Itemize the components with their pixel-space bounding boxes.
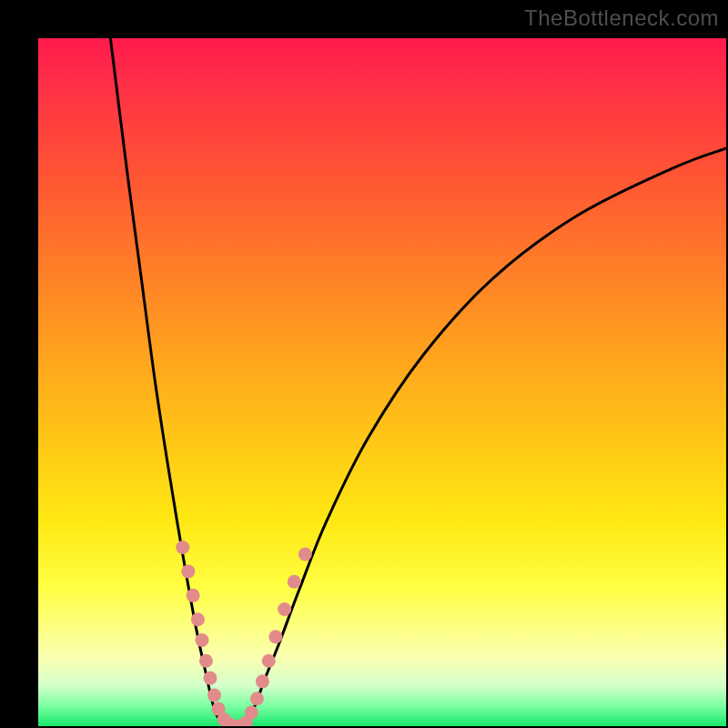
marker-dot [204, 672, 217, 685]
marker-dot [278, 602, 291, 616]
marker-dot [298, 548, 312, 561]
marker-dot [268, 630, 282, 643]
watermark-text: TheBottleneck.com [524, 5, 719, 31]
series-right-branch-curve [245, 148, 726, 726]
marker-dot [199, 654, 213, 668]
marker-dot [181, 564, 195, 578]
chart-overlay [38, 38, 726, 726]
marker-dot [288, 575, 301, 589]
marker-dot [256, 674, 269, 688]
marker-dot [195, 633, 208, 647]
series-left-branch-curve [110, 38, 228, 726]
marker-dot [207, 688, 221, 702]
chart-frame: TheBottleneck.com [0, 0, 728, 728]
marker-dot [245, 705, 258, 719]
marker-dot [191, 612, 205, 626]
marker-dot [187, 589, 200, 602]
plot-area [38, 38, 726, 726]
marker-dot [262, 654, 276, 668]
marker-dot [250, 692, 264, 705]
marker-dot [176, 541, 189, 554]
